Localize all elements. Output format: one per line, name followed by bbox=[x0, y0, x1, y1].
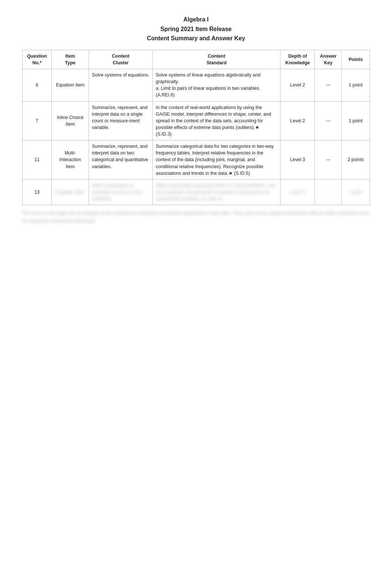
col-header-qno: QuestionNo.* bbox=[23, 50, 52, 69]
title-line3: Content Summary and Answer Key bbox=[22, 34, 370, 43]
table-header-row: QuestionNo.* ItemType ContentCluster Con… bbox=[23, 50, 370, 69]
cell-dok: Level 2 bbox=[281, 101, 315, 140]
cell-cluster: Write expressions in equivalent forms to… bbox=[89, 179, 152, 205]
cell-qno: 11 bbox=[23, 140, 52, 180]
cell-standard: Summarize categorical data for two categ… bbox=[152, 140, 280, 180]
cell-points: 1 point bbox=[342, 69, 370, 102]
cell-item-type: Equation Item bbox=[52, 69, 89, 102]
cell-item-type: Multi-Interaction Item bbox=[52, 140, 89, 180]
col-header-answer: AnswerKey bbox=[315, 50, 342, 69]
cell-dok: Level 3 bbox=[281, 140, 315, 180]
cell-standard: Write expressions equivalent forms to so… bbox=[152, 179, 280, 205]
cell-dok: Level 2 bbox=[281, 179, 315, 205]
cell-answer: --- bbox=[315, 69, 342, 102]
col-header-standard: ContentStandard bbox=[152, 50, 280, 69]
cell-answer: --- bbox=[315, 179, 342, 205]
table-row: 13Equation ItemWrite expressions in equi… bbox=[23, 179, 370, 205]
cell-item-type: Inline Choice Item bbox=[52, 101, 89, 140]
cell-qno: 13 bbox=[23, 179, 52, 205]
cell-answer: --- bbox=[315, 140, 342, 180]
title-line2: Spring 2021 Item Release bbox=[22, 24, 370, 34]
col-header-dok: Depth ofKnowledge bbox=[281, 50, 315, 69]
cell-cluster: Solve systems of equations. bbox=[89, 69, 152, 102]
cell-cluster: Summarize, represent, and interpret data… bbox=[89, 140, 152, 180]
table-row: 11Multi-Interaction ItemSummarize, repre… bbox=[23, 140, 370, 180]
table-row: 6Equation ItemSolve systems of equations… bbox=[23, 69, 370, 102]
cell-cluster: Summarize, represent, and interpret data… bbox=[89, 101, 152, 140]
col-header-cluster: ContentCluster bbox=[89, 50, 152, 69]
content-table: QuestionNo.* ItemType ContentCluster Con… bbox=[22, 50, 370, 205]
cell-dok: Level 2 bbox=[281, 69, 315, 102]
cell-answer: --- bbox=[315, 101, 342, 140]
cell-standard: Solve systems of linear equations algebr… bbox=[152, 69, 280, 102]
table-row: 7Inline Choice ItemSummarize, represent,… bbox=[23, 101, 370, 140]
footer-blurred: The items on this page are the property … bbox=[22, 207, 370, 227]
cell-item-type: Equation Item bbox=[52, 179, 89, 205]
cell-points: 2 points bbox=[342, 140, 370, 180]
title-line1: Algebra I bbox=[22, 15, 370, 24]
col-header-points: Points bbox=[342, 50, 370, 69]
col-header-item: ItemType bbox=[52, 50, 89, 69]
cell-qno: 7 bbox=[23, 101, 52, 140]
page-header: Algebra I Spring 2021 Item Release Conte… bbox=[22, 15, 370, 43]
cell-points: 1 point bbox=[342, 179, 370, 205]
cell-qno: 6 bbox=[23, 69, 52, 102]
cell-points: 1 point bbox=[342, 101, 370, 140]
cell-standard: In the context of real-world application… bbox=[152, 101, 280, 140]
